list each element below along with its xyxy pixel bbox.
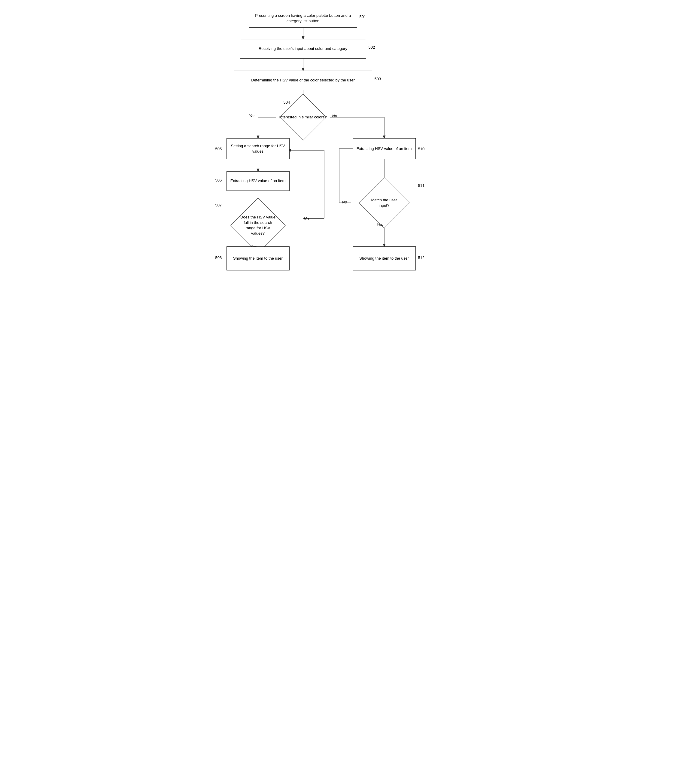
diamond-504-wrap: Interested in similar colors? xyxy=(269,101,337,134)
step-511: 511 xyxy=(418,183,425,188)
box-502: Receiving the user's input about color a… xyxy=(240,39,366,59)
step-503: 503 xyxy=(375,77,381,81)
box-506: Extracting HSV value of an item xyxy=(227,171,289,191)
step-506: 506 xyxy=(215,178,222,182)
step-507: 507 xyxy=(215,203,222,207)
box-510: Extracting HSV value of an item xyxy=(353,138,416,159)
511-yes-label: Yes xyxy=(377,222,383,227)
step-501: 501 xyxy=(359,14,366,19)
step-502: 502 xyxy=(369,45,375,50)
511-no-label: No xyxy=(342,200,347,204)
step-505: 505 xyxy=(215,147,222,151)
diamond-507-wrap: Does the HSV value fall in the search ra… xyxy=(219,203,297,248)
step-508: 508 xyxy=(215,255,222,260)
step-510: 510 xyxy=(418,147,425,151)
box-508: Showing the item to the user xyxy=(227,246,289,271)
diamond-511-wrap: Match the user input? xyxy=(347,183,422,222)
507-no-label: No xyxy=(304,216,309,221)
504-yes-label: Yes xyxy=(249,114,256,118)
box-505: Setting a search range for HSV values xyxy=(227,138,289,159)
step-512: 512 xyxy=(418,255,425,260)
box-503: Determining the HSV value of the color s… xyxy=(234,71,372,90)
box-512: Showing the item to the user xyxy=(353,246,416,271)
flowchart-diagram: Presenting a screen having a color palet… xyxy=(210,6,468,306)
box-501: Presenting a screen having a color palet… xyxy=(249,9,357,28)
step-504: 504 xyxy=(284,100,290,104)
504-no-label: No xyxy=(332,114,337,118)
